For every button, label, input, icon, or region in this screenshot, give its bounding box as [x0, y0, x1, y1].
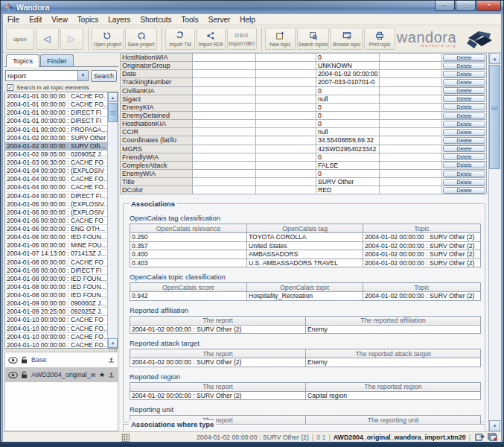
scroll-down-icon[interactable]: ▼ — [489, 420, 500, 431]
occurrence-value[interactable]: 0 — [316, 170, 380, 177]
occurrence-type[interactable]: FriendlyWIA — [121, 153, 193, 161]
delete-button[interactable]: Delete — [443, 112, 485, 119]
menu-item[interactable]: View — [51, 16, 68, 24]
tab-finder[interactable]: Finder — [40, 54, 74, 66]
maximize-button[interactable]: □ — [456, 1, 476, 11]
result-item[interactable]: 2004-01-10 00:00:00 : CACHE FO... — [5, 325, 108, 333]
import-tm-button[interactable]: Import TM — [165, 28, 195, 50]
occurrence-value[interactable]: 0 — [316, 153, 380, 161]
layer-row-awd2004[interactable]: AWD2004_original_w ★ — [5, 367, 118, 382]
browse-topic-button[interactable]: Browse topic — [331, 28, 363, 50]
scroll-up-icon[interactable]: ▲ — [108, 92, 118, 102]
delete-button[interactable]: Delete — [443, 162, 485, 168]
assoc-col-header[interactable]: The report — [130, 382, 306, 391]
assoc-cell[interactable]: 2004-01-02 00:00:00 : SURV Other (2) — [130, 325, 306, 334]
delete-button[interactable]: Delete — [443, 95, 485, 102]
assoc-cell[interactable]: 2004-01-02 00:00:00 : SURV Other (2) — [363, 241, 481, 250]
occurrence-type[interactable]: MGRS — [121, 145, 193, 153]
delete-button[interactable]: Delete — [443, 137, 485, 144]
result-item[interactable]: 2004-01-01 00:00:00 : CACHE FO... — [5, 92, 108, 101]
delete-button[interactable]: Delete — [443, 121, 485, 127]
assoc-cell[interactable]: 2004-01-02 00:00:00 : SURV Other (2) — [363, 259, 481, 267]
occurrence-value[interactable]: FALSE — [316, 162, 380, 169]
occurrence-value[interactable]: SURV Other — [316, 178, 380, 186]
occurrence-type[interactable]: TrackingNumber — [121, 78, 193, 86]
assoc-col-header[interactable]: The reported region — [306, 382, 481, 391]
layer-handle-icon[interactable] — [108, 357, 115, 363]
back-button[interactable]: ◁ — [36, 28, 59, 50]
assoc-col-header[interactable]: OpenCalais relevance — [130, 224, 247, 233]
lock-icon[interactable] — [21, 356, 28, 364]
assoc-col-header[interactable]: The reported affiliation — [306, 316, 481, 325]
eye-icon[interactable] — [8, 372, 18, 378]
menu-item[interactable]: Edit — [29, 16, 42, 24]
import-rdf-button[interactable]: Import RDF — [197, 28, 226, 50]
assoc-cell[interactable]: 0.942 — [130, 292, 247, 301]
delete-button[interactable]: Delete — [443, 145, 485, 152]
result-item[interactable]: 2004-01-03 06:30:00 : CACHE FO — [5, 159, 108, 167]
result-item[interactable]: 2004-01-02 09:05:00 : 020905Z J... — [5, 150, 108, 159]
forward-button[interactable]: ▷ — [60, 28, 83, 50]
layer-forward-icon[interactable] — [475, 433, 485, 441]
occurrence-type[interactable]: EnemyWIA — [121, 170, 193, 177]
new-topic-button[interactable]: New topic — [265, 28, 296, 50]
assoc-cell[interactable]: AMBASSADORS — [247, 250, 363, 259]
occurrence-type[interactable]: HostNationWIA — [121, 54, 193, 61]
result-item[interactable]: 2004-01-10 00:00:00 : CACHE FO... — [5, 341, 108, 349]
occurrence-value[interactable]: 0 — [316, 87, 380, 95]
assoc-col-header[interactable]: The reported attack target — [306, 349, 481, 358]
assoc-cell[interactable]: Hospitality_Recreation — [247, 292, 363, 301]
assoc-cell[interactable]: 0.400 — [130, 250, 247, 259]
layer-name[interactable]: AWD2004_original_w — [31, 371, 99, 378]
assoc-cell[interactable]: 2004-01-02 00:00:00 : SURV Other (2) — [363, 250, 481, 259]
result-item[interactable]: 2004-01-08 00:00:00 : IED FOUN... — [5, 283, 108, 291]
result-item[interactable]: 2004-01-10 00:00:00 : CACHE FO... — [5, 333, 108, 341]
menu-item[interactable]: Layers — [108, 16, 130, 24]
scroll-up-icon[interactable]: ▲ — [489, 53, 500, 64]
result-item[interactable]: 2004-01-10 00:00:00 : CACHE FO — [5, 316, 108, 324]
layer-status-icon[interactable] — [488, 433, 497, 441]
menu-item[interactable]: Shortcuts — [140, 16, 171, 24]
minimize-button[interactable]: − — [435, 1, 455, 11]
main-scrollbar[interactable]: ▲ ▼ — [488, 53, 501, 431]
occurrence-type[interactable]: EnemyKIA — [121, 104, 193, 111]
resize-grip[interactable] — [121, 434, 130, 442]
menu-item[interactable]: Tools — [181, 16, 198, 24]
result-item[interactable]: 2004-01-02 00:00:00 : SURV Oth... — [5, 142, 108, 150]
scroll-down-icon[interactable]: ▼ — [108, 338, 118, 348]
results-scrollbar-thumb[interactable] — [108, 103, 118, 122]
occurrence-type[interactable]: CCIR — [121, 128, 193, 136]
occurrence-type[interactable]: Date — [121, 70, 193, 77]
assoc-col-header[interactable]: Topic — [363, 283, 481, 292]
occurrence-value[interactable]: 34.55408859,69.32 — [316, 136, 380, 144]
delete-button[interactable]: Delete — [443, 179, 485, 186]
layer-row-base[interactable]: Base — [5, 352, 118, 367]
delete-button[interactable]: Delete — [443, 63, 485, 69]
occurrence-value[interactable]: 2004-01-02 00:00:00 — [316, 70, 380, 77]
assoc-col-header[interactable]: OpenCalais tag — [247, 224, 363, 233]
result-item[interactable]: 2004-01-09 20:25:00 : 092025Z J. — [5, 308, 108, 316]
result-item[interactable]: 2004-01-04 00:00:00 : DIRECT FI... — [5, 192, 108, 200]
search-all-checkbox[interactable]: ✓ — [7, 84, 13, 91]
layer-handle-icon[interactable] — [108, 372, 115, 378]
eye-icon[interactable] — [8, 357, 18, 364]
assoc-cell[interactable]: Enemy — [306, 325, 481, 334]
result-item[interactable]: 2004-01-04 00:00:00 : (EXPLOSIV — [5, 167, 108, 175]
import-obo-button[interactable]: OBO Import OBO — [227, 28, 257, 50]
menu-item[interactable]: File — [7, 16, 19, 24]
delete-button[interactable]: Delete — [443, 104, 485, 110]
occurrence-type[interactable]: Sigact — [121, 95, 193, 103]
open-project-button[interactable]: Open project — [92, 28, 124, 50]
tab-topics[interactable]: Topics — [6, 54, 39, 67]
search-topics-button[interactable]: Search topics — [297, 28, 329, 50]
assoc-col-header[interactable]: The reporting unit — [306, 416, 481, 425]
main-scrollbar-thumb[interactable] — [489, 65, 500, 169]
search-button[interactable]: Search — [91, 70, 117, 82]
delete-button[interactable]: Delete — [443, 79, 485, 86]
occurrence-value[interactable]: 0 — [316, 112, 380, 119]
assoc-cell[interactable]: TOYOTA COROLLA — [247, 233, 363, 242]
results-scrollbar[interactable]: ▲ ▼ — [107, 92, 118, 348]
delete-button[interactable]: Delete — [443, 187, 485, 194]
lock-icon[interactable] — [21, 371, 28, 378]
print-topic-button[interactable]: Print topic — [364, 28, 395, 50]
